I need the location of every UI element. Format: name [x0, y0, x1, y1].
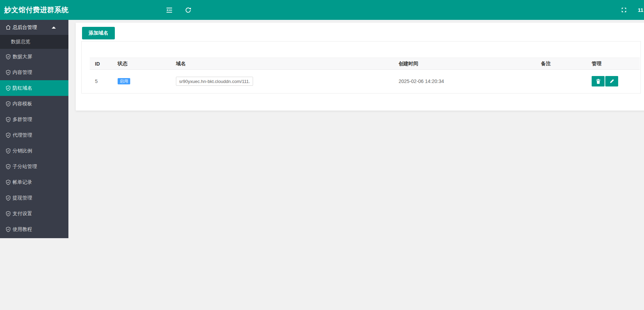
sidebar-item-label: 提现管理: [13, 195, 32, 201]
sidebar-item-label: 使用教程: [13, 226, 32, 233]
shield-check-icon: [6, 195, 11, 201]
sidebar-item-payment-settings[interactable]: 支付设置: [0, 206, 68, 221]
pencil-icon: [609, 79, 614, 84]
row-id: 5: [90, 70, 112, 93]
home-icon: [6, 25, 11, 30]
sidebar-item-tutorial[interactable]: 使用教程: [0, 221, 68, 237]
sidebar-item-label: 内容模板: [13, 101, 32, 107]
app-root: { "header": { "title": "妙文馆付费进群系统", "use…: [0, 0, 644, 310]
add-domain-button[interactable]: 添加域名: [82, 27, 115, 39]
sidebar: 总后台管理 数据总览 数据大屏 内容管理 防红域名 内容模板 多群管理 代理管理…: [0, 20, 68, 238]
sidebar-item-label: 内容管理: [13, 69, 32, 76]
sidebar-item-label: 子分站管理: [13, 164, 37, 170]
table-row: 5 启用 2025-02-06 14:20:34: [90, 70, 640, 93]
main-area: 添加域名 ID 状态 域名 创建时间 备注 管理 5 启用: [68, 20, 644, 310]
sidebar-item-label: 总后台管理: [13, 24, 37, 31]
refresh-icon[interactable]: [183, 0, 193, 20]
sidebar-item-withdraw-manage[interactable]: 提现管理: [0, 190, 68, 206]
shield-check-icon: [6, 54, 11, 60]
col-header-status: 状态: [112, 58, 171, 69]
shield-check-icon: [6, 85, 11, 91]
sidebar-item-label: 数据总览: [11, 39, 30, 45]
fullscreen-icon[interactable]: [619, 0, 629, 20]
row-domain-cell: [171, 70, 393, 93]
sidebar-item-billing-records[interactable]: 帐单记录: [0, 174, 68, 190]
domain-url-input[interactable]: [176, 77, 253, 86]
shield-check-icon: [6, 211, 11, 217]
sidebar-item-substation-manage[interactable]: 子分站管理: [0, 159, 68, 174]
row-status-cell: 启用: [112, 70, 171, 93]
domain-table-container: ID 状态 域名 创建时间 备注 管理 5 启用 2025-02-06 14:: [81, 41, 641, 93]
sidebar-item-admin-root[interactable]: 总后台管理: [0, 20, 68, 35]
shield-check-icon: [6, 133, 11, 138]
row-actions-cell: [586, 70, 640, 93]
user-label[interactable]: 11: [638, 0, 643, 20]
sidebar-item-label: 支付设置: [13, 211, 32, 217]
shield-check-icon: [6, 180, 11, 185]
sidebar-item-data-overview[interactable]: 数据总览: [0, 35, 68, 49]
col-header-remark: 备注: [536, 58, 586, 69]
shield-check-icon: [6, 101, 11, 107]
sidebar-item-label: 防红域名: [13, 85, 32, 91]
collapse-menu-icon[interactable]: [164, 0, 175, 20]
shield-check-icon: [6, 164, 11, 169]
col-header-id: ID: [90, 58, 112, 69]
sidebar-item-label: 数据大屏: [13, 54, 32, 60]
col-header-manage: 管理: [586, 58, 640, 69]
trash-icon: [596, 79, 601, 84]
sidebar-item-label: 多群管理: [13, 116, 32, 123]
row-created-time: 2025-02-06 14:20:34: [393, 70, 536, 93]
sidebar-item-distribution-ratio[interactable]: 分销比例: [0, 143, 68, 159]
col-header-created: 创建时间: [393, 58, 536, 69]
shield-check-icon: [6, 148, 11, 154]
top-bar: 妙文馆付费进群系统 11: [0, 0, 644, 20]
domain-table: ID 状态 域名 创建时间 备注 管理 5 启用 2025-02-06 14:: [90, 58, 640, 93]
sidebar-item-antired-domain[interactable]: 防红域名: [0, 80, 68, 96]
delete-button[interactable]: [592, 76, 605, 86]
shield-check-icon: [6, 117, 11, 122]
shield-check-icon: [6, 227, 11, 232]
sidebar-item-label: 帐单记录: [13, 179, 32, 186]
status-badge: 启用: [118, 78, 130, 84]
shield-check-icon: [6, 70, 11, 75]
row-remark: [536, 70, 586, 93]
col-header-domain: 域名: [171, 58, 393, 69]
edit-button[interactable]: [605, 76, 618, 86]
sidebar-item-agent-manage[interactable]: 代理管理: [0, 127, 68, 143]
sidebar-item-multi-group[interactable]: 多群管理: [0, 112, 68, 127]
sidebar-item-label: 代理管理: [13, 132, 32, 138]
app-title: 妙文馆付费进群系统: [4, 0, 69, 20]
sidebar-item-content-manage[interactable]: 内容管理: [0, 65, 68, 80]
caret-up-icon: [52, 27, 56, 29]
content-card: 添加域名 ID 状态 域名 创建时间 备注 管理 5 启用: [76, 23, 644, 111]
sidebar-item-data-screen[interactable]: 数据大屏: [0, 49, 68, 65]
table-header-row: ID 状态 域名 创建时间 备注 管理: [90, 58, 640, 70]
sidebar-item-content-template[interactable]: 内容模板: [0, 96, 68, 112]
sidebar-item-label: 分销比例: [13, 148, 32, 154]
